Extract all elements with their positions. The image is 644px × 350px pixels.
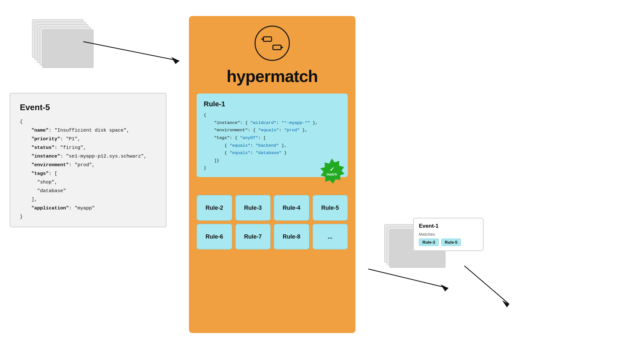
rule1-code: { "instance": { "wildcard": "*-myapp-*" … bbox=[204, 111, 341, 172]
event1-matches: Rule-3 Rule-5 bbox=[419, 239, 478, 246]
svg-marker-7 bbox=[281, 46, 283, 49]
match-tag-rule3: Rule-3 bbox=[419, 239, 439, 246]
rule-box-5: Rule-5 bbox=[313, 195, 348, 221]
rule-box-7: Rule-7 bbox=[235, 224, 271, 249]
arrow-down-right-icon bbox=[455, 263, 519, 311]
rule1-title: Rule-1 bbox=[204, 100, 341, 108]
rule-box-4: Rule-4 bbox=[274, 195, 309, 221]
svg-marker-4 bbox=[261, 37, 264, 41]
svg-rect-5 bbox=[273, 45, 281, 50]
hypermatch-icon bbox=[255, 26, 290, 61]
svg-marker-1 bbox=[171, 57, 179, 64]
event-card: Event-5 { "name": "Insufficient disk spa… bbox=[10, 93, 167, 227]
rule1-box: Rule-1 { "instance": { "wildcard": "*-my… bbox=[197, 94, 348, 177]
rule-box-6: Rule-6 bbox=[197, 224, 232, 249]
svg-line-8 bbox=[368, 269, 448, 288]
svg-rect-2 bbox=[263, 37, 272, 41]
rule-box-2: Rule-2 bbox=[197, 195, 232, 221]
hypermatch-title: hypermatch bbox=[227, 67, 318, 86]
rules-grid: Rule-2 Rule-3 Rule-4 Rule-5 Rule-6 Rule-… bbox=[197, 195, 348, 249]
diagram: Event-5 { "name": "Insufficient disk spa… bbox=[0, 0, 644, 350]
event1-matches-label: Matches: bbox=[419, 232, 478, 237]
event1-card: Event-1 Matches: Rule-3 Rule-5 bbox=[413, 218, 484, 251]
arrow-right-icon bbox=[365, 263, 461, 295]
svg-line-10 bbox=[464, 266, 509, 304]
match-tag-rule5: Rule-5 bbox=[441, 239, 461, 246]
rule-box-8: Rule-8 bbox=[274, 224, 309, 249]
rule-box-3: Rule-3 bbox=[235, 195, 271, 221]
event-card-title: Event-5 bbox=[20, 102, 156, 112]
event1-card-title: Event-1 bbox=[419, 223, 478, 229]
match-check-icon: ✓ bbox=[330, 167, 334, 172]
rule-box-more: ... bbox=[313, 224, 348, 249]
svg-marker-9 bbox=[441, 284, 448, 291]
match-label: match bbox=[327, 172, 337, 176]
arrow-left-icon bbox=[80, 38, 189, 64]
hypermatch-panel: hypermatch Rule-1 { "instance": { "wildc… bbox=[189, 16, 355, 333]
svg-line-0 bbox=[83, 42, 179, 61]
event-card-code: { "name": "Insufficient disk space", "pr… bbox=[20, 118, 156, 221]
